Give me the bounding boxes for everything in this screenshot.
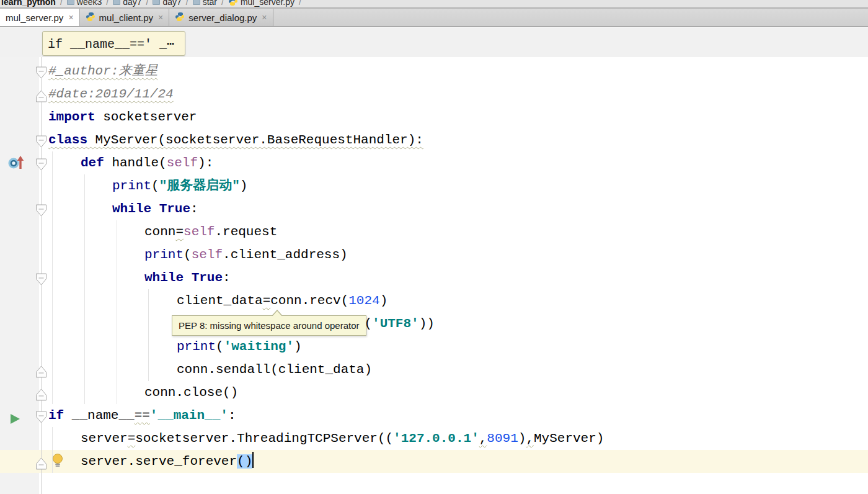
ide-window: learn_python/week3/day7/day7/star/mul_se… bbox=[0, 0, 868, 494]
breadcrumb-label: day7 bbox=[123, 0, 141, 7]
editor-tab[interactable]: mul_server.py× bbox=[0, 9, 80, 26]
code-line[interactable]: while True: bbox=[0, 197, 868, 220]
breadcrumb-label: day7 bbox=[162, 0, 181, 7]
code-line[interactable]: server.serve_forever() bbox=[0, 450, 868, 473]
code-token: , bbox=[479, 431, 487, 446]
code-text: server=socketserver.ThreadingTCPServer((… bbox=[81, 427, 604, 450]
code-line[interactable]: server=socketserver.ThreadingTCPServer((… bbox=[0, 427, 868, 450]
code-token bbox=[184, 271, 192, 285]
code-token: conn bbox=[144, 225, 175, 239]
code-token: "服务器启动" bbox=[159, 179, 240, 193]
code-token: : bbox=[223, 271, 231, 285]
tab-close-icon[interactable]: × bbox=[157, 13, 163, 22]
code-token: '127.0.0.1' bbox=[393, 431, 479, 446]
folder-icon bbox=[153, 0, 160, 5]
breadcrumb-item[interactable]: star bbox=[193, 0, 217, 7]
code-token: #date:2019/11/24 bbox=[48, 87, 174, 101]
context-info-popup: if __name__==' _⋯ bbox=[42, 31, 185, 56]
tab-label: mul_server.py bbox=[6, 12, 63, 23]
code-text: while True: bbox=[112, 197, 198, 220]
code-token: while bbox=[112, 202, 151, 216]
code-token: self bbox=[167, 156, 198, 170]
code-token: 8091 bbox=[487, 431, 518, 446]
lightbulb-icon[interactable] bbox=[52, 453, 63, 477]
code-editor[interactable]: #_author:来童星#date:2019/11/24import socke… bbox=[0, 57, 868, 494]
code-text: #_author:来童星 bbox=[48, 60, 157, 83]
code-token: import bbox=[48, 110, 95, 124]
code-text: print(self.client_address) bbox=[144, 243, 348, 266]
tab-close-icon[interactable]: × bbox=[67, 13, 73, 22]
code-text: #date:2019/11/24 bbox=[48, 83, 174, 106]
code-token: if bbox=[48, 408, 64, 423]
breadcrumb-label: learn_python bbox=[1, 0, 56, 7]
breadcrumb: learn_python/week3/day7/day7/star/mul_se… bbox=[0, 0, 868, 8]
code-line[interactable]: print(self.client_address) bbox=[0, 243, 868, 266]
code-line[interactable]: print('waiting') bbox=[0, 335, 868, 358]
code-line[interactable]: def handle(self): bbox=[0, 151, 868, 174]
breadcrumb-item[interactable]: mul_server.py bbox=[228, 0, 294, 8]
code-text: print('waiting') bbox=[177, 335, 302, 358]
editor-tab[interactable]: mul_client.py× bbox=[80, 9, 170, 26]
breadcrumb-item[interactable]: day7 bbox=[153, 0, 181, 7]
code-text: conn.sendall(client_data) bbox=[177, 358, 372, 381]
code-token: __name__ bbox=[64, 408, 134, 423]
tab-label: server_dialog.py bbox=[188, 12, 257, 23]
code-line[interactable]: #_author:来童星 bbox=[0, 60, 868, 83]
code-line[interactable]: client_data=conn.recv(1024) bbox=[0, 289, 868, 312]
breadcrumb-label: star bbox=[203, 0, 217, 7]
breadcrumb-item[interactable]: day7 bbox=[113, 0, 141, 7]
code-text: def handle(self): bbox=[81, 151, 213, 174]
breadcrumb-separator: / bbox=[186, 0, 188, 7]
code-token: '__main__' bbox=[150, 408, 228, 423]
code-token: ( bbox=[216, 339, 224, 354]
editor-tab[interactable]: server_dialog.py× bbox=[169, 9, 273, 26]
code-token: ) bbox=[518, 431, 526, 446]
code-line[interactable]: conn.sendall(client_data) bbox=[0, 358, 868, 381]
code-token: socketserver bbox=[95, 110, 197, 124]
code-token: socketserver.ThreadingTCPServer(( bbox=[135, 431, 393, 446]
tab-close-icon[interactable]: × bbox=[260, 13, 267, 22]
code-token bbox=[151, 202, 159, 216]
code-token: conn.recv( bbox=[270, 294, 348, 308]
code-text: class MyServer(socketserver.BaseRequestH… bbox=[48, 128, 423, 151]
breadcrumb-separator: / bbox=[221, 0, 224, 7]
code-token: server.serve_forever bbox=[81, 454, 237, 469]
code-line[interactable]: conn.close() bbox=[0, 381, 868, 404]
folder-icon bbox=[113, 0, 120, 5]
code-token: .request bbox=[215, 225, 277, 239]
folder-icon bbox=[193, 0, 200, 5]
code-token: handle( bbox=[104, 156, 167, 170]
code-line[interactable]: print(client_data.decode('UTF8')) bbox=[0, 312, 868, 335]
pep8-warning-tooltip: PEP 8: missing whitespace around operato… bbox=[172, 315, 366, 336]
editor-tab-bar: mul_server.py×mul_client.py×server_dialo… bbox=[0, 8, 868, 27]
code-line[interactable]: import socketserver bbox=[0, 106, 868, 128]
code-token: True bbox=[159, 202, 190, 216]
code-token: class bbox=[48, 133, 87, 147]
breadcrumb-separator: / bbox=[60, 0, 63, 7]
code-token: server bbox=[81, 431, 128, 446]
code-text: conn=self.request bbox=[144, 220, 277, 243]
code-line[interactable]: #date:2019/11/24 bbox=[0, 83, 868, 106]
code-text: print("服务器启动") bbox=[112, 174, 247, 197]
code-line[interactable]: conn=self.request bbox=[0, 220, 868, 243]
code-line[interactable]: while True: bbox=[0, 266, 868, 289]
code-token: ( bbox=[151, 179, 159, 193]
fold-end-icon[interactable] bbox=[35, 455, 47, 478]
breadcrumb-item[interactable]: week3 bbox=[67, 0, 102, 7]
code-token: , bbox=[526, 431, 534, 446]
code-token: print bbox=[177, 339, 216, 354]
code-token: def bbox=[81, 156, 104, 170]
code-token: MyServer) bbox=[534, 431, 604, 446]
code-text: while True: bbox=[144, 266, 231, 289]
code-token: : bbox=[190, 202, 198, 216]
code-line[interactable]: print("服务器启动") bbox=[0, 174, 868, 197]
code-text: conn.close() bbox=[144, 381, 238, 404]
text-caret bbox=[252, 452, 254, 468]
breadcrumb-item[interactable]: learn_python bbox=[1, 0, 56, 7]
code-line[interactable]: class MyServer(socketserver.BaseRequestH… bbox=[0, 128, 868, 151]
code-token: self bbox=[192, 248, 223, 262]
code-token: True bbox=[192, 271, 223, 285]
code-line[interactable]: if __name__=='__main__': bbox=[0, 404, 868, 427]
code-token: ) bbox=[294, 339, 302, 354]
code-token: )) bbox=[419, 317, 435, 331]
